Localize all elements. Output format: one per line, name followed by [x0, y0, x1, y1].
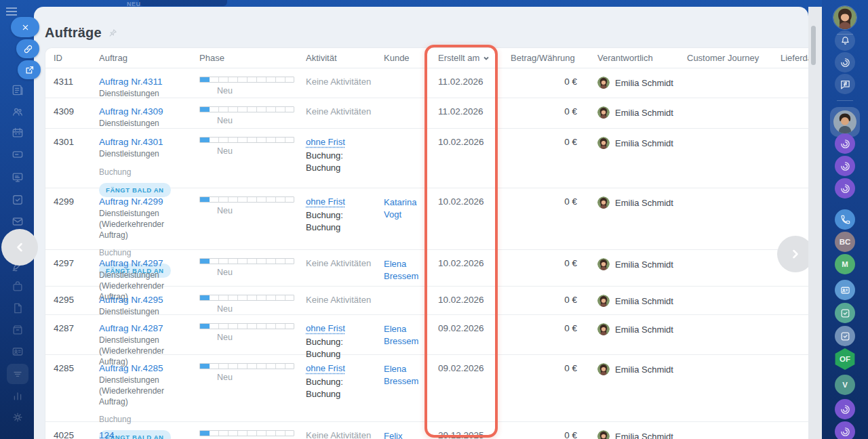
order-link[interactable]: Auftrag Nr.4309	[99, 106, 163, 117]
table-row[interactable]: 4295 Auftrag Nr.4295Dienstleistungen Neu…	[45, 287, 808, 315]
chevron-down-icon	[483, 55, 490, 62]
page-gap	[808, 7, 822, 439]
phase-progress-bar	[199, 295, 294, 301]
app-logo-spiral-icon[interactable]	[835, 52, 855, 72]
column-header-id[interactable]: ID	[45, 53, 99, 63]
spiral-record-icon[interactable]	[835, 178, 855, 198]
avatar	[597, 430, 610, 439]
contact-initials-v[interactable]: V	[835, 375, 855, 395]
scroll-right-button[interactable]	[777, 236, 808, 272]
open-external-button[interactable]	[18, 60, 41, 79]
table-row[interactable]: 4025 124Vertrieb (Wiederholte Neu Keine …	[45, 422, 808, 439]
contact-initials-m[interactable]: M	[835, 254, 855, 274]
table-row[interactable]: 4299 Auftrag Nr.4299Dienstleistungen (Wi…	[45, 188, 808, 250]
activity-link[interactable]: ohne Frist	[306, 196, 345, 207]
customer-link[interactable]: Felix Neumann	[384, 430, 427, 439]
order-link[interactable]: 124	[99, 430, 115, 439]
table-row[interactable]: 4285 Auftrag Nr.4285Dienstleistungen (Wi…	[45, 355, 808, 422]
column-header-kunde[interactable]: Kunde	[384, 53, 427, 63]
cell-erstellt-am: 11.02.2026	[427, 68, 498, 100]
phase-progress-bar	[199, 363, 294, 369]
table-row[interactable]: 4297 Auftrag Nr.4297Dienstleistungen (Wi…	[45, 250, 808, 287]
avatar	[597, 106, 610, 119]
copy-link-button[interactable]	[16, 39, 39, 58]
filter-icon[interactable]	[11, 367, 24, 381]
contacts-icon[interactable]	[11, 105, 24, 119]
phone-icon[interactable]	[835, 209, 855, 230]
column-header-erstellt-am[interactable]: Erstellt am	[427, 53, 498, 63]
column-header-customer-journey[interactable]: Customer Journey	[679, 53, 774, 63]
avatar	[597, 295, 610, 307]
order-link[interactable]: Auftrag Nr.4297	[99, 258, 163, 268]
avatar	[597, 363, 610, 375]
column-header-betrag[interactable]: Betrag/Währung	[498, 53, 584, 63]
avatar	[597, 77, 610, 89]
phase-progress-bar	[199, 430, 294, 436]
column-header-phase[interactable]: Phase	[199, 53, 306, 63]
tasks-icon[interactable]	[11, 193, 24, 207]
pin-icon[interactable]	[108, 28, 118, 38]
documents-icon[interactable]	[11, 301, 24, 315]
table-row[interactable]: 4311 Auftrag Nr.4311Dienstleistungen Neu…	[45, 68, 808, 98]
phase-progress-bar	[199, 258, 294, 264]
avatar	[597, 196, 610, 209]
scroll-left-button[interactable]	[1, 229, 38, 266]
spiral-record-icon[interactable]	[835, 156, 855, 176]
archive-icon[interactable]	[11, 323, 24, 337]
customer-link[interactable]: Katarina Vogt	[384, 196, 427, 220]
close-button[interactable]	[11, 17, 39, 37]
phase-progress-bar	[199, 106, 294, 112]
activity-link[interactable]: ohne Frist	[306, 323, 345, 333]
task-check-icon[interactable]	[835, 326, 855, 346]
scrollbar-thumb[interactable]	[811, 26, 816, 65]
column-header-lieferdatum[interactable]: Lieferdatum	[774, 53, 808, 63]
table-row[interactable]: 4287 Auftrag Nr.4287Dienstleistungen (Wi…	[45, 315, 808, 355]
hidden-nav-tab	[139, 0, 227, 6]
order-link[interactable]: Auftrag Nr.4311	[99, 77, 163, 87]
mail-icon[interactable]	[11, 215, 24, 228]
customer-link[interactable]: Elena Bressem	[384, 363, 427, 387]
order-link[interactable]: Auftrag Nr.4287	[99, 323, 163, 333]
task-check-icon[interactable]	[835, 303, 855, 323]
customer-link[interactable]: Elena Bressem	[384, 258, 427, 282]
id-badge-icon[interactable]	[11, 345, 24, 358]
activity-link[interactable]: ohne Frist	[306, 363, 345, 373]
notifications-bell-icon[interactable]	[835, 30, 855, 51]
cell-betrag: 0 €	[498, 68, 584, 100]
contact-avatar[interactable]	[830, 107, 860, 137]
avatar	[597, 258, 610, 270]
contact-initials-bc[interactable]: BC	[835, 232, 855, 252]
chat-sync-icon[interactable]	[835, 74, 855, 94]
menu-icon[interactable]	[5, 7, 18, 16]
spiral-record-icon[interactable]	[835, 133, 855, 154]
phase-progress-bar	[199, 77, 294, 83]
settings-icon[interactable]	[11, 411, 24, 424]
order-link[interactable]: Auftrag Nr.4299	[99, 196, 163, 207]
app-badge-of[interactable]: OF	[834, 348, 856, 370]
order-link[interactable]: Auftrag Nr.4301	[99, 137, 163, 147]
statistics-icon[interactable]	[11, 389, 24, 402]
user-avatar[interactable]	[833, 5, 857, 30]
table-row[interactable]: 4301 Auftrag Nr.4301DienstleistungenBuch…	[45, 129, 808, 188]
avatar	[597, 323, 610, 335]
column-header-auftrag[interactable]: Auftrag	[99, 53, 199, 63]
table-header-row: ID Auftrag Phase Aktivität Kunde Erstell…	[45, 48, 808, 68]
order-link[interactable]: Auftrag Nr.4285	[99, 363, 163, 373]
calendar-icon[interactable]	[11, 126, 24, 140]
inbox-icon[interactable]	[11, 148, 24, 161]
activity-link[interactable]: ohne Frist	[306, 137, 345, 147]
presentation-icon[interactable]	[11, 171, 24, 184]
cell-id: 4311	[45, 68, 99, 100]
contact-card-icon[interactable]	[835, 280, 855, 300]
column-header-verantwortlich[interactable]: Verantwortlich	[584, 53, 679, 63]
spiral-record-icon[interactable]	[835, 399, 855, 419]
customer-link[interactable]: Elena Bressem	[384, 323, 427, 347]
column-header-aktivitaet[interactable]: Aktivität	[306, 53, 384, 63]
spiral-record-icon[interactable]	[835, 421, 855, 439]
order-link[interactable]: Auftrag Nr.4295	[99, 295, 163, 305]
notes-icon[interactable]	[11, 83, 24, 97]
products-icon[interactable]	[11, 280, 24, 293]
phase-progress-bar	[199, 196, 294, 203]
right-sidebar: BC M OF V	[822, 0, 868, 439]
table-row[interactable]: 4309 Auftrag Nr.4309Dienstleistungen Neu…	[45, 98, 808, 129]
